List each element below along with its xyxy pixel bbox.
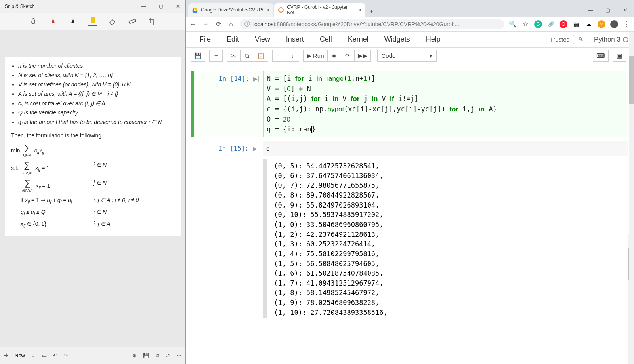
paste-button[interactable]: 📋 [254, 50, 268, 62]
snip-sketch-window: Snip & Sketch — ▢ ✕ n is the number of c… [0, 0, 186, 364]
pen-red-icon[interactable] [48, 17, 58, 26]
code-editor[interactable]: c [263, 141, 628, 156]
svg-marker-2 [194, 8, 198, 11]
touch-writing-icon[interactable] [29, 17, 38, 26]
close-button[interactable]: ✕ [173, 2, 183, 11]
tab-jupyter-active[interactable]: CVRP - Gurobi - v2 - Jupyter Not × [274, 3, 365, 17]
add-cell-button[interactable]: ＋ [209, 50, 223, 62]
zoom-icon[interactable]: 🔍 [509, 20, 517, 28]
extension-cloud-icon[interactable]: ☁ [585, 20, 593, 28]
keyboard-button[interactable]: ⌨ [593, 50, 609, 62]
ruler-icon[interactable] [128, 17, 137, 26]
tab-google-drive[interactable]: Google Drive/Youtube/CVRP/ × [188, 3, 273, 17]
definition-item: cᵢⱼ is cost of travel over arc (i, j) ∈ … [18, 99, 174, 108]
pen-black-icon[interactable] [68, 17, 78, 26]
star-icon[interactable]: ☆ [521, 20, 529, 28]
omnibox[interactable]: ⓘ localhost:8888/notebooks/Google%20Driv… [240, 19, 504, 29]
copy-button[interactable]: ⧉ [240, 50, 254, 62]
objective-label: min [11, 147, 20, 154]
more-icon[interactable]: ⋯ [176, 353, 181, 358]
snip-window-controls: — ▢ ✕ [138, 2, 183, 11]
fast-forward-button[interactable]: ▶▶ [354, 50, 371, 62]
page-scroll-thumb[interactable] [629, 56, 634, 104]
crop-icon[interactable] [147, 17, 157, 26]
redo-icon[interactable]: ↷ [64, 353, 68, 358]
new-tab-button[interactable]: + [366, 6, 376, 17]
restart-button[interactable]: ⟳ [341, 50, 354, 62]
extension-link-icon[interactable]: 🔗 [547, 20, 555, 28]
command-palette-button[interactable]: ▣ [613, 50, 626, 62]
menu-cell[interactable]: Cell [312, 35, 340, 43]
highlighter-icon[interactable] [88, 17, 97, 26]
browser-window-controls: — ▢ ✕ [582, 3, 634, 17]
move-down-button[interactable]: ↓ [286, 50, 299, 62]
save-icon[interactable]: 💾 [143, 353, 149, 358]
menu-insert[interactable]: Insert [278, 35, 312, 43]
run-cell-icon[interactable]: ▶| [253, 76, 259, 82]
snip-titlebar: Snip & Sketch — ▢ ✕ [0, 0, 185, 13]
close-button[interactable]: ✕ [617, 3, 634, 17]
reload-button[interactable]: ⟳ [214, 20, 222, 28]
menu-widgets[interactable]: Widgets [376, 35, 418, 43]
formulation-block: Then, the formulation is the following m… [11, 131, 174, 229]
address-bar: ← → ⟳ ⌂ ⓘ localhost:8888/notebooks/Googl… [186, 17, 634, 32]
output-text[interactable]: (0, 4): 96.77599205612287, (0, 5): 54.44… [263, 159, 628, 318]
close-tab-icon[interactable]: × [266, 7, 269, 13]
close-tab-icon[interactable]: × [358, 7, 361, 13]
extension-opera-icon[interactable]: O [560, 20, 567, 28]
jupyter-icon [278, 7, 284, 13]
svg-marker-4 [192, 11, 198, 13]
cell-type-select[interactable]: Code ▾ [377, 50, 437, 62]
maximize-button[interactable]: ▢ [599, 3, 617, 17]
minimize-button[interactable]: — [138, 2, 149, 11]
tab-title: CVRP - Gurobi - v2 - Jupyter Not [287, 4, 355, 15]
page-scrollbar[interactable] [629, 32, 634, 364]
jupyter-toolbar: 💾 ＋ ✂ ⧉ 📋 ↑ ↓ ▶ Run ■ ⟳ ▶▶ Code ▾ ⌨ ▣ [186, 48, 634, 64]
save-button[interactable]: 💾 [191, 50, 205, 62]
eraser-icon[interactable] [108, 17, 117, 26]
copy-icon[interactable]: ⧉ [156, 353, 159, 359]
svg-rect-0 [91, 17, 95, 23]
trusted-badge[interactable]: Trusted [546, 35, 574, 44]
menu-view[interactable]: View [247, 35, 278, 43]
new-snip-icon[interactable]: ✚ [4, 353, 8, 358]
definition-item: A is set of arcs, with A = {(i, j) ∈ V² … [18, 90, 174, 99]
extensions-area: G 🔗 O 📷 ☁ off ⋮ [534, 20, 631, 28]
code-cell-15[interactable]: In [15]: ▶| c [191, 141, 628, 156]
maximize-button[interactable]: ▢ [156, 2, 166, 11]
definition-item: Q is the vehicle capacity [18, 109, 174, 117]
chrome-window: Google Drive/Youtube/CVRP/ × CVRP - Guro… [186, 0, 634, 364]
kernel-indicator[interactable]: Python 3 [589, 36, 628, 44]
share-icon[interactable]: ↗ [166, 353, 170, 358]
back-button[interactable]: ← [189, 21, 197, 28]
new-label[interactable]: New [15, 353, 25, 358]
prompt-area: In [14]: ▶| [192, 71, 263, 137]
menu-help[interactable]: Help [418, 35, 449, 43]
zoom-icon[interactable]: ⊕ [132, 353, 137, 358]
run-cell-icon[interactable]: ▶| [253, 145, 259, 152]
minimize-button[interactable]: — [582, 3, 599, 17]
pencil-icon[interactable]: ✎ [578, 36, 583, 43]
code-editor[interactable]: N = [i for i in range(1,n+1)] V = [0] + … [263, 71, 628, 137]
menu-kernel[interactable]: Kernel [340, 35, 376, 43]
run-button[interactable]: ▶ Run [303, 50, 327, 62]
move-up-button[interactable]: ↑ [272, 50, 286, 62]
chrome-menu-icon[interactable]: ⋮ [623, 20, 631, 28]
menu-edit[interactable]: Edit [219, 35, 247, 43]
code-cell-14[interactable]: In [14]: ▶| N = [i for i in range(1,n+1)… [191, 71, 628, 137]
interrupt-button[interactable]: ■ [327, 50, 341, 62]
extension-off-icon[interactable]: off [598, 20, 605, 28]
extension-camera-icon[interactable]: 📷 [572, 20, 580, 28]
cut-button[interactable]: ✂ [227, 50, 240, 62]
undo-icon[interactable]: ↶ [53, 353, 57, 358]
svg-marker-3 [192, 8, 194, 11]
chevron-down-icon: ▾ [429, 52, 432, 59]
home-button[interactable]: ⌂ [227, 21, 235, 28]
open-folder-icon[interactable]: ▭ [42, 353, 47, 358]
profile-avatar[interactable] [610, 20, 618, 28]
chevron-down-icon[interactable]: ⌄ [31, 353, 36, 358]
extension-grammarly-icon[interactable]: G [534, 20, 542, 28]
forward-button[interactable]: → [202, 21, 210, 28]
snip-toolbar [0, 13, 185, 30]
menu-file[interactable]: File [191, 35, 219, 43]
